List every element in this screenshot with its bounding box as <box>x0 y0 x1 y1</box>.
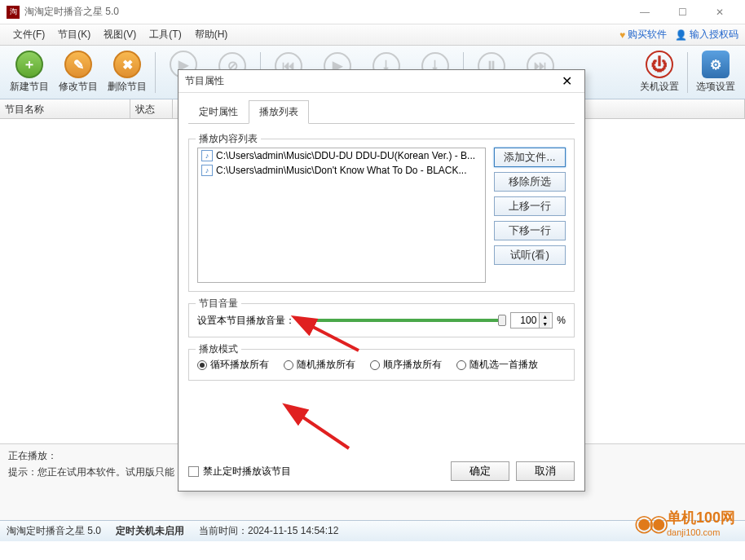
volume-slider[interactable] <box>308 313 502 328</box>
add-file-button[interactable]: 添加文件... <box>494 148 566 167</box>
file-row[interactable]: ♪ C:\Users\admin\Music\Don't Know What T… <box>198 163 485 178</box>
col-program-name[interactable]: 节目名称 <box>0 99 130 118</box>
pencil-icon: ✎ <box>64 51 92 78</box>
menu-file[interactable]: 文件(F) <box>7 25 51 44</box>
ok-button[interactable]: 确定 <box>451 461 509 481</box>
minimize-button[interactable]: — <box>626 0 663 24</box>
dialog-title: 节目属性 <box>185 74 555 88</box>
new-program-button[interactable]: ＋ 新建节目 <box>7 49 52 96</box>
file-list[interactable]: ♪ C:\Users\admin\Music\DDU-DU DDU-DU(Kor… <box>197 148 486 283</box>
remove-selected-button[interactable]: 移除所选 <box>494 172 566 192</box>
volume-spinner[interactable]: ▲ ▼ <box>510 312 553 329</box>
menu-help[interactable]: 帮助(H) <box>188 25 235 44</box>
spin-up-button[interactable]: ▲ <box>540 313 550 320</box>
dialog-tabs: 定时属性 播放列表 <box>188 99 575 124</box>
preview-button[interactable]: 试听(看) <box>494 245 566 265</box>
menu-bar: 文件(F) 节目(K) 视图(V) 工具(T) 帮助(H) ♥购买软件 👤输入授… <box>0 24 745 46</box>
enter-code-link[interactable]: 👤输入授权码 <box>675 28 738 42</box>
heart-icon: ♥ <box>619 29 625 41</box>
group-volume-legend: 节目音量 <box>196 297 241 311</box>
tab-timer[interactable]: 定时属性 <box>188 100 249 124</box>
delete-program-button[interactable]: ✖ 删除节目 <box>104 49 150 96</box>
move-up-button[interactable]: 上移一行 <box>494 196 566 216</box>
dialog-footer: 禁止定时播放该节目 确定 取消 <box>188 452 575 481</box>
volume-input[interactable] <box>511 315 539 326</box>
title-bar: 淘 淘淘定时播音之星 5.0 — ☐ ✕ <box>0 0 745 24</box>
group-playlist-legend: 播放内容列表 <box>196 132 261 146</box>
edit-program-button[interactable]: ✎ 修改节目 <box>55 49 101 96</box>
mode-one-random-radio[interactable]: 随机选一首播放 <box>456 358 538 372</box>
maximize-button[interactable]: ☐ <box>663 0 701 24</box>
mode-shuffle-radio[interactable]: 随机播放所有 <box>284 358 355 372</box>
cancel-button[interactable]: 取消 <box>516 461 575 481</box>
audio-file-icon: ♪ <box>201 165 213 176</box>
tab-playlist[interactable]: 播放列表 <box>249 100 309 124</box>
app-icon: 淘 <box>7 6 20 19</box>
percent-label: % <box>557 315 566 326</box>
buy-link[interactable]: ♥购买软件 <box>619 28 667 42</box>
slider-thumb-icon[interactable] <box>498 315 506 326</box>
group-mode-legend: 播放模式 <box>196 342 241 356</box>
status-app: 淘淘定时播音之星 5.0 <box>7 524 101 538</box>
volume-label: 设置本节目播放音量： <box>197 314 295 328</box>
mode-loop-radio[interactable]: 循环播放所有 <box>197 358 269 372</box>
spin-down-button[interactable]: ▼ <box>540 320 550 328</box>
status-shutdown: 定时关机未启用 <box>116 524 184 538</box>
gear-icon: ⚙ <box>702 51 730 78</box>
move-down-button[interactable]: 下移一行 <box>494 221 566 240</box>
group-playlist: 播放内容列表 ♪ C:\Users\admin\Music\DDU-DU DDU… <box>188 139 575 292</box>
menu-program[interactable]: 节目(K) <box>51 25 97 44</box>
col-status[interactable]: 状态 <box>130 99 173 118</box>
menu-tools[interactable]: 工具(T) <box>143 25 187 44</box>
group-play-mode: 播放模式 循环播放所有 随机播放所有 顺序播放所有 随机选一首播放 <box>188 349 575 381</box>
disable-timer-checkbox[interactable]: 禁止定时播放该节目 <box>188 465 291 478</box>
audio-file-icon: ♪ <box>201 150 213 161</box>
user-icon: 👤 <box>675 29 687 41</box>
dialog-close-button[interactable]: ✕ <box>555 70 578 93</box>
status-bar: 淘淘定时播音之星 5.0 定时关机未启用 当前时间：2024-11-15 14:… <box>0 520 745 541</box>
power-icon: ⏻ <box>646 51 673 78</box>
status-time: 当前时间：2024-11-15 14:54:12 <box>199 524 338 538</box>
dialog-titlebar: 节目属性 ✕ <box>179 70 584 93</box>
file-row[interactable]: ♪ C:\Users\admin\Music\DDU-DU DDU-DU(Kor… <box>198 148 485 163</box>
close-button[interactable]: ✕ <box>701 0 738 24</box>
trash-icon: ✖ <box>113 51 141 78</box>
program-properties-dialog: 节目属性 ✕ 定时属性 播放列表 播放内容列表 ♪ C:\Users\admin… <box>178 69 585 492</box>
window-title: 淘淘定时播音之星 5.0 <box>24 5 626 19</box>
menu-view[interactable]: 视图(V) <box>97 25 143 44</box>
group-volume: 节目音量 设置本节目播放音量： ▲ ▼ % <box>188 303 575 337</box>
mode-order-radio[interactable]: 顺序播放所有 <box>370 358 442 372</box>
plus-icon: ＋ <box>15 51 43 78</box>
shutdown-settings-button[interactable]: ⏻ 关机设置 <box>637 49 682 96</box>
options-button[interactable]: ⚙ 选项设置 <box>693 49 738 96</box>
